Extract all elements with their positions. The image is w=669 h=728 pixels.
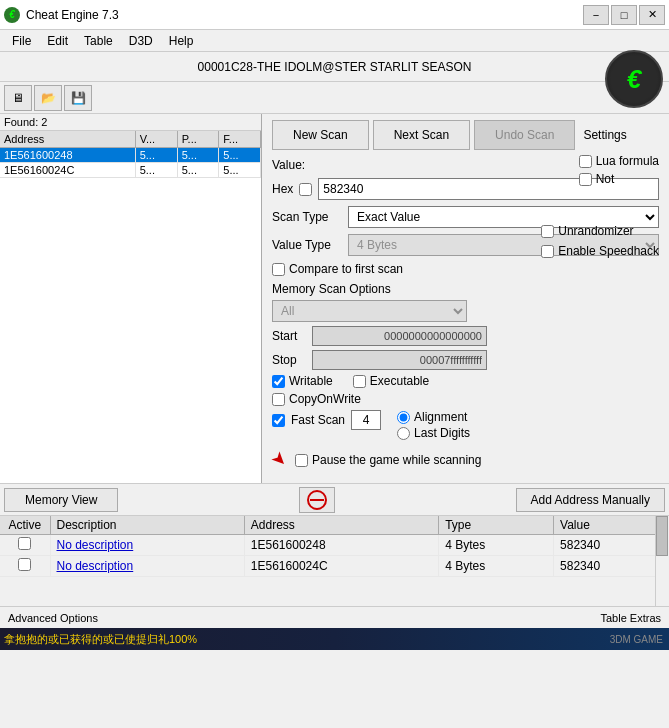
unrandomizer-label: Unrandomizer (558, 224, 633, 238)
address-table: Address V... P... F... 1E5616002485...5.… (0, 131, 261, 178)
right-panel: New Scan Next Scan Undo Scan Settings Va… (262, 114, 669, 483)
title-bar-left: € Cheat Engine 7.3 (4, 7, 119, 23)
address-table-row[interactable]: 1E56160024C5...5...5... (0, 163, 261, 178)
cancel-icon (307, 490, 327, 510)
arrow-icon: ➤ (266, 446, 292, 472)
alignment-label: Alignment (414, 410, 467, 424)
start-label: Start (272, 329, 306, 343)
col-address: Address (0, 131, 135, 148)
writable-executable-row: Writable Executable (272, 374, 659, 388)
menu-bar: File Edit Table D3D Help (0, 30, 669, 52)
copyonwrite-checkbox[interactable] (272, 393, 285, 406)
lua-formula-checkbox[interactable] (579, 155, 592, 168)
memory-scan-select[interactable]: All (272, 300, 467, 322)
memory-scan-label: Memory Scan Options (272, 282, 659, 296)
scrollbar-thumb[interactable] (656, 516, 668, 556)
col-active: Active (0, 516, 50, 535)
settings-link[interactable]: Settings (583, 128, 626, 142)
pause-label: Pause the game while scanning (312, 453, 481, 467)
stop-row: Stop (272, 350, 659, 370)
fastscan-input[interactable] (351, 410, 381, 430)
writable-row: Writable (272, 374, 333, 388)
toolbar-open-btn[interactable]: 📂 (34, 85, 62, 111)
right-checkboxes-lower: Unrandomizer Enable Speedhack (541, 224, 659, 258)
process-title: 00001C28-THE IDOLM@STER STARLIT SEASON (198, 60, 472, 74)
lastdigits-label: Last Digits (414, 426, 470, 440)
next-scan-button[interactable]: Next Scan (373, 120, 470, 150)
title-bar: € Cheat Engine 7.3 − □ ✕ (0, 0, 669, 30)
hex-checkbox[interactable] (299, 183, 312, 196)
not-label: Not (596, 172, 615, 186)
address-table-row[interactable]: 1E5616002485...5...5... (0, 148, 261, 163)
toolbar-monitor-btn[interactable]: 🖥 (4, 85, 32, 111)
executable-checkbox[interactable] (353, 375, 366, 388)
row-description[interactable]: No description (50, 535, 244, 556)
unrandomizer-checkbox[interactable] (541, 225, 554, 238)
status-right[interactable]: Table Extras (600, 612, 661, 624)
add-address-button[interactable]: Add Address Manually (516, 488, 665, 512)
maximize-button[interactable]: □ (611, 5, 637, 25)
row-description[interactable]: No description (50, 556, 244, 577)
scan-buttons: New Scan Next Scan Undo Scan Settings (272, 120, 659, 150)
copyonwrite-label: CopyOnWrite (289, 392, 361, 406)
menu-d3d[interactable]: D3D (121, 32, 161, 50)
new-scan-button[interactable]: New Scan (272, 120, 369, 150)
bottom-banner: 拿抱抱的或已获得的或已使提归礼100% 3DM GAME (0, 628, 669, 650)
compare-first-checkbox[interactable] (272, 263, 285, 276)
not-row: Not (579, 172, 659, 186)
menu-edit[interactable]: Edit (39, 32, 76, 50)
alignment-radio[interactable] (397, 411, 410, 424)
minimize-button[interactable]: − (583, 5, 609, 25)
lua-formula-row: Lua formula (579, 154, 659, 168)
found-count: Found: 2 (0, 114, 261, 131)
undo-scan-button[interactable]: Undo Scan (474, 120, 575, 150)
menu-help[interactable]: Help (161, 32, 202, 50)
menu-table[interactable]: Table (76, 32, 121, 50)
writable-checkbox[interactable] (272, 375, 285, 388)
menu-file[interactable]: File (4, 32, 39, 50)
address-list-scroll[interactable]: Address V... P... F... 1E5616002485...5.… (0, 131, 261, 483)
row-type: 4 Bytes (439, 556, 554, 577)
window-title-bar: 00001C28-THE IDOLM@STER STARLIT SEASON € (0, 52, 669, 82)
fastscan-radios-row: Fast Scan Alignment Last Digits (272, 410, 659, 440)
pause-section: ➤ Pause the game while scanning (272, 448, 659, 470)
scrollbar-track[interactable] (655, 516, 669, 606)
fastscan-row: Fast Scan (272, 410, 381, 430)
col-p: P... (177, 131, 219, 148)
row-active-checkbox[interactable] (18, 558, 31, 571)
stop-label: Stop (272, 353, 306, 367)
status-bar: Advanced Options Table Extras (0, 606, 669, 628)
main-layout: Found: 2 Address V... P... F... 1E561600… (0, 114, 669, 484)
writable-label: Writable (289, 374, 333, 388)
executable-row: Executable (353, 374, 429, 388)
pause-checkbox[interactable] (295, 454, 308, 467)
memory-view-button[interactable]: Memory View (4, 488, 118, 512)
right-checkboxes-top: Lua formula Not (579, 154, 659, 186)
bottom-buttons-bar: Memory View Add Address Manually (0, 484, 669, 516)
start-input[interactable] (312, 326, 487, 346)
speedhack-checkbox[interactable] (541, 245, 554, 258)
scan-type-label: Scan Type (272, 210, 342, 224)
col-addr: Address (244, 516, 438, 535)
banner-text: 拿抱抱的或已获得的或已使提归礼100% (0, 632, 197, 647)
lower-table-row[interactable]: No description 1E56160024C 4 Bytes 58234… (0, 556, 669, 577)
row-value: 582340 (554, 556, 669, 577)
no-icon-button[interactable] (299, 487, 335, 513)
close-button[interactable]: ✕ (639, 5, 665, 25)
stop-input[interactable] (312, 350, 487, 370)
row-active-checkbox[interactable] (18, 537, 31, 550)
ce-logo: € (605, 50, 663, 108)
lower-table-area[interactable]: Active Description Address Type Value No… (0, 516, 669, 606)
lastdigits-radio[interactable] (397, 427, 410, 440)
lower-table-row[interactable]: No description 1E561600248 4 Bytes 58234… (0, 535, 669, 556)
not-checkbox[interactable] (579, 173, 592, 186)
status-left[interactable]: Advanced Options (8, 612, 98, 624)
col-value: Value (554, 516, 669, 535)
left-panel: Found: 2 Address V... P... F... 1E561600… (0, 114, 262, 483)
row-type: 4 Bytes (439, 535, 554, 556)
compare-row: Compare to first scan (272, 262, 659, 276)
toolbar-save-btn[interactable]: 💾 (64, 85, 92, 111)
fastscan-checkbox[interactable] (272, 414, 285, 427)
alignment-radio-row: Alignment (397, 410, 470, 424)
value-label: Value: (272, 158, 305, 172)
